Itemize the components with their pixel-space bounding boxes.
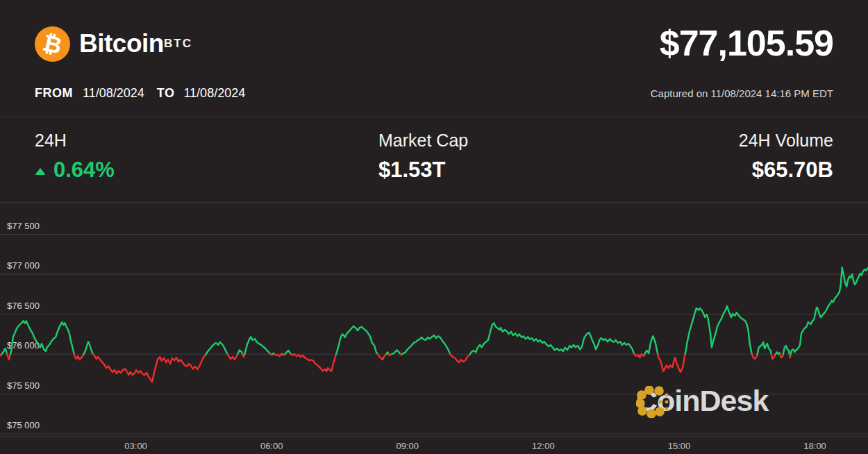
- price-line-segment: [206, 342, 228, 354]
- price-line-segment: [244, 337, 271, 354]
- volume-value: $65.70B: [752, 158, 833, 183]
- change-label: 24H: [35, 131, 67, 151]
- volume-label: 24H Volume: [739, 131, 833, 151]
- price-line-segment: [635, 354, 642, 358]
- price-line-segment: [84, 342, 94, 354]
- bitcoin-symbol: ₿: [41, 31, 65, 57]
- bitcoin-logo-icon: ₿: [35, 26, 70, 62]
- y-axis-label: $77 500: [7, 221, 40, 231]
- date-range: FROM11/08/2024TO11/08/2024: [35, 86, 245, 101]
- price-line-segment: [74, 354, 84, 360]
- coin-ticker: BTC: [164, 37, 192, 51]
- price-line-segment: [237, 350, 242, 354]
- change-percent: 0.64%: [53, 158, 115, 183]
- price-line-segment: [791, 267, 868, 354]
- price-line-segment: [658, 354, 685, 372]
- x-axis-label: 09:00: [387, 441, 428, 451]
- to-label: TO: [157, 86, 175, 100]
- price-line-segment: [228, 354, 238, 360]
- stats-strip: 24H 0.64% Market Cap $1.53T 24H Volume $…: [0, 117, 868, 203]
- x-axis-label: 06:00: [251, 441, 292, 451]
- price-line-segment: [336, 326, 378, 354]
- to-date[interactable]: 11/08/2024: [183, 86, 245, 100]
- price-line-segment: [274, 354, 282, 356]
- bitcoin-price-page: ₿ Bitcoin BTC $77,105.59 FROM11/08/2024T…: [0, 0, 868, 454]
- coindesk-watermark: CoinDesk: [636, 386, 768, 416]
- header: ₿ Bitcoin BTC $77,105.59 FROM11/08/2024T…: [0, 0, 868, 117]
- x-axis-label: 18:00: [794, 441, 836, 451]
- change-value: 0.64%: [35, 158, 115, 183]
- price-line-segment: [1, 348, 7, 354]
- x-axis-label: 15:00: [658, 441, 700, 451]
- y-axis-label: $75 500: [7, 380, 40, 391]
- coindesk-logo-icon: [636, 386, 671, 418]
- price-line-segment: [93, 354, 206, 382]
- price-line-segment: [752, 354, 758, 359]
- x-axis-label: 12:00: [522, 441, 564, 451]
- x-axis-label: 03:00: [115, 441, 157, 451]
- y-axis-label: $75 000: [7, 420, 40, 430]
- price-line-segment: [285, 351, 291, 354]
- from-date[interactable]: 11/08/2024: [83, 86, 144, 100]
- price-line-segment: [685, 306, 752, 354]
- price-line-segment: [771, 354, 776, 359]
- from-label: FROM: [35, 86, 73, 100]
- price-line-segment: [294, 354, 336, 371]
- price-line-segment: [7, 354, 10, 360]
- captured-timestamp: Captured on 11/08/2024 14:16 PM EDT: [651, 87, 833, 99]
- price-line-segment: [470, 323, 635, 354]
- x-axis: 03:0006:0009:0012:0015:0018:00: [0, 436, 868, 454]
- price-line-segment: [783, 346, 790, 354]
- price-chart-area[interactable]: $77 500$77 000$76 500$76 000$75 500$75 0…: [0, 203, 868, 436]
- price-line-segment: [644, 336, 658, 354]
- market-cap-label: Market Cap: [378, 131, 468, 151]
- coin-name: Bitcoin: [79, 29, 164, 58]
- current-price: $77,105.59: [660, 22, 833, 64]
- y-axis-label: $76 500: [7, 301, 40, 311]
- price-line-segment: [450, 354, 470, 362]
- price-line-segment: [403, 335, 451, 354]
- market-cap-value: $1.53T: [378, 158, 446, 183]
- up-triangle-icon: [35, 168, 46, 175]
- y-axis-label: $77 000: [7, 260, 40, 271]
- price-line-segment: [378, 354, 386, 360]
- price-line-segment: [392, 350, 401, 354]
- price-line-segment: [758, 342, 771, 354]
